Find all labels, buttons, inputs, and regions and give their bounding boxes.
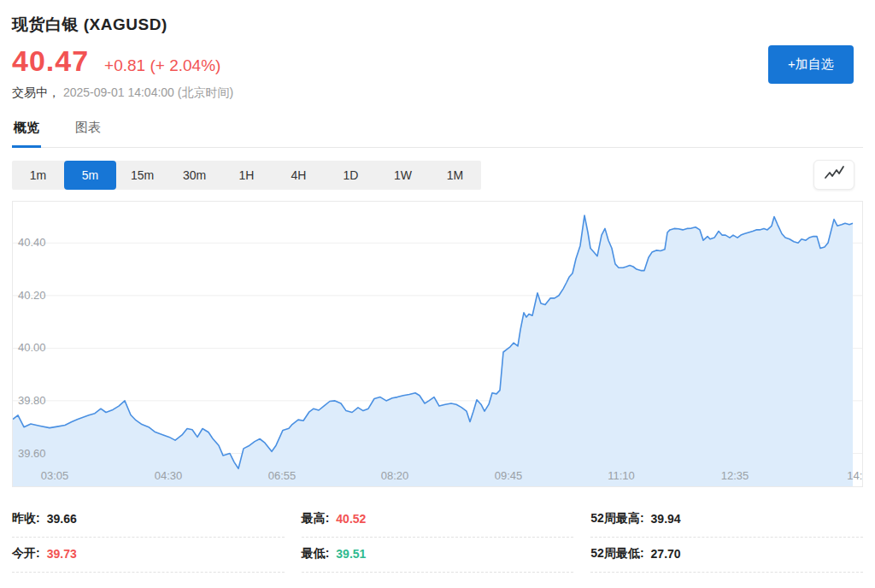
- x-axis-tick: 04:30: [155, 469, 183, 482]
- trading-status-label: 交易中，: [12, 85, 60, 99]
- interval-button-30m[interactable]: 30m: [168, 161, 220, 190]
- y-axis-tick: 39.80: [18, 394, 46, 407]
- chart-type-button[interactable]: [813, 160, 854, 190]
- stat-cell: 今开:39.73: [12, 538, 285, 573]
- x-axis-tick: 09:45: [495, 469, 523, 482]
- stat-cell: 昨收:39.66: [12, 503, 285, 538]
- tab-bar: 概览图表: [12, 120, 863, 148]
- stat-value: 39.66: [47, 512, 77, 526]
- stat-value: 39.73: [47, 547, 77, 561]
- x-axis-tick: 12:35: [721, 469, 749, 482]
- x-axis-tick: 03:05: [41, 469, 69, 482]
- stat-label: 52周最高:: [590, 511, 643, 526]
- last-price: 40.47: [12, 44, 89, 78]
- y-axis-tick: 40.40: [18, 236, 46, 249]
- stat-value: 39.94: [651, 512, 681, 526]
- stat-value: 39.51: [336, 547, 366, 561]
- stat-cell: 52周最高:39.94: [590, 503, 863, 538]
- price-chart-canvas[interactable]: 40.4040.2040.0039.8039.6003:0504:3006:55…: [13, 202, 862, 486]
- interval-button-5m[interactable]: 5m: [64, 161, 116, 190]
- interval-button-15m[interactable]: 15m: [116, 161, 168, 190]
- stat-label: 昨收:: [12, 511, 40, 526]
- line-chart-icon: [822, 165, 846, 185]
- y-axis-tick: 40.20: [18, 289, 46, 302]
- x-axis-tick: 08:20: [381, 469, 409, 482]
- tab-overview[interactable]: 概览: [12, 120, 41, 147]
- x-axis-tick: 06:55: [268, 469, 297, 482]
- interval-button-1H[interactable]: 1H: [220, 161, 273, 190]
- trading-status: 交易中， 2025-09-01 14:04:00 (北京时间): [12, 85, 863, 101]
- price-change: +0.81 (+ 2.04%): [104, 56, 220, 75]
- interval-button-4H[interactable]: 4H: [273, 161, 325, 190]
- x-axis-tick: 11:10: [608, 469, 635, 482]
- tab-chart[interactable]: 图表: [73, 120, 103, 147]
- stat-label: 最低:: [302, 546, 330, 562]
- stat-value: 40.52: [336, 512, 366, 526]
- interval-button-1W[interactable]: 1W: [377, 161, 429, 190]
- stat-label: 最高:: [302, 511, 330, 526]
- x-axis-tick: 14:0: [847, 469, 862, 482]
- y-axis-tick: 39.60: [18, 447, 46, 460]
- stat-value: 27.70: [651, 547, 681, 561]
- add-watchlist-button[interactable]: +加自选: [768, 45, 854, 84]
- stat-cell: 最低:39.51: [302, 538, 574, 573]
- timezone-label: (北京时间): [178, 85, 233, 99]
- stat-label: 52周最低:: [590, 546, 643, 562]
- interval-selector: 1m5m15m30m1H4H1D1W1M: [12, 161, 481, 190]
- price-area-fill: [13, 215, 853, 486]
- page-title: 现货白银 (XAGUSD): [12, 14, 863, 36]
- price-chart[interactable]: 40.4040.2040.0039.8039.6003:0504:3006:55…: [12, 201, 863, 487]
- interval-button-1M[interactable]: 1M: [429, 161, 481, 190]
- chart-toolbar: 1m5m15m30m1H4H1D1W1M: [12, 160, 863, 190]
- quote-timestamp: 2025-09-01 14:04:00: [63, 85, 174, 99]
- interval-button-1m[interactable]: 1m: [12, 161, 64, 190]
- stat-label: 今开:: [12, 546, 40, 562]
- y-axis-tick: 40.00: [18, 341, 46, 354]
- price-row: 40.47 +0.81 (+ 2.04%): [12, 44, 863, 78]
- quote-page: 现货白银 (XAGUSD) 40.47 +0.81 (+ 2.04%) +加自选…: [0, 0, 875, 588]
- stat-cell: 52周最低:27.70: [590, 538, 863, 573]
- stat-cell: 最高:40.52: [302, 503, 574, 538]
- stats-grid: 昨收:39.66最高:40.5252周最高:39.94今开:39.73最低:39…: [12, 503, 863, 573]
- interval-button-1D[interactable]: 1D: [325, 161, 377, 190]
